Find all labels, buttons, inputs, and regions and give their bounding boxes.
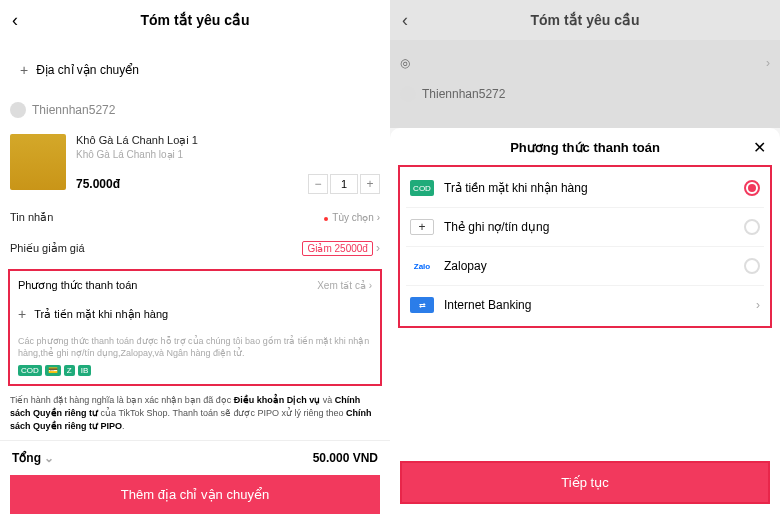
minus-button[interactable]: −: [308, 174, 328, 194]
product-variant: Khô Gà Lá Chanh loại 1: [76, 149, 380, 160]
add-address-button[interactable]: Thêm địa chỉ vận chuyển: [10, 475, 380, 514]
radio-unselected[interactable]: [744, 219, 760, 235]
avatar: [10, 102, 26, 118]
plus-button[interactable]: +: [360, 174, 380, 194]
product-row: Khô Gà Lá Chanh Loại 1 Khô Gà Lá Chanh l…: [0, 126, 390, 202]
chevron-right-icon: ›: [756, 298, 760, 312]
payment-option-card[interactable]: + Thẻ ghi nợ/tín dụng: [406, 208, 764, 247]
card-badge: 💳: [45, 365, 61, 376]
left-screen: ‹ Tóm tắt yêu cầu + Địa chỉ vận chuyển T…: [0, 0, 390, 520]
header: ‹ Tóm tắt yêu cầu: [0, 0, 390, 40]
close-icon[interactable]: ✕: [753, 138, 766, 157]
message-row[interactable]: Tin nhắn Tùy chọn ›: [0, 203, 390, 232]
payment-method-list: COD Trả tiền mặt khi nhận hàng + Thẻ ghi…: [398, 165, 772, 328]
address-label: Địa chỉ vận chuyển: [36, 63, 139, 77]
payment-sheet: Phương thức thanh toán ✕ COD Trả tiền mặ…: [390, 128, 780, 520]
dot-icon: [324, 217, 328, 221]
plus-icon: +: [20, 62, 28, 78]
view-all-link[interactable]: Xem tất cả ›: [317, 280, 372, 291]
bank-icon: ⇄: [410, 297, 434, 313]
pin-icon: ◎: [400, 56, 410, 70]
payment-add-label: Trả tiền mặt khi nhận hàng: [34, 308, 168, 321]
username: Thiennhan5272: [32, 103, 115, 117]
ib-badge: IB: [78, 365, 92, 376]
avatar: [400, 86, 416, 102]
zalopay-icon: Zalo: [410, 258, 434, 274]
plus-icon: +: [18, 306, 26, 322]
product-thumb[interactable]: [10, 134, 66, 190]
continue-button[interactable]: Tiếp tục: [400, 461, 770, 504]
payment-section: Phương thức thanh toán Xem tất cả › + Tr…: [8, 269, 382, 386]
radio-unselected[interactable]: [744, 258, 760, 274]
coupon-label: Phiếu giảm giá: [10, 242, 85, 255]
plus-icon: +: [410, 219, 434, 235]
cod-icon: COD: [410, 180, 434, 196]
total-label: Tổng ⌄: [12, 451, 54, 465]
right-screen: ‹ Tóm tắt yêu cầu ◎› Thiennhan5272 Phươn…: [390, 0, 780, 520]
payment-disclaimer: Các phương thức thanh toán được hỗ trợ c…: [18, 336, 372, 359]
terms-text: Tiến hành đặt hàng nghĩa là bạn xác nhận…: [0, 386, 390, 440]
coupon-value: Giảm 25000đ ›: [302, 241, 380, 255]
product-price: 75.000đ: [76, 177, 120, 191]
message-option: Tùy chọn ›: [320, 212, 380, 223]
header-dim: ‹ Tóm tắt yêu cầu: [390, 0, 780, 40]
quantity-value: 1: [330, 174, 358, 194]
product-name: Khô Gà Lá Chanh Loại 1: [76, 134, 380, 147]
payment-option-cod[interactable]: COD Trả tiền mặt khi nhận hàng: [406, 169, 764, 208]
back-icon[interactable]: ‹: [12, 10, 18, 31]
zalo-badge: Z: [64, 365, 75, 376]
payment-option-zalopay[interactable]: Zalo Zalopay: [406, 247, 764, 286]
cod-badge: COD: [18, 365, 42, 376]
sheet-title: Phương thức thanh toán: [510, 140, 660, 155]
seller-row[interactable]: Thiennhan5272: [0, 94, 390, 126]
payment-title: Phương thức thanh toán: [18, 279, 137, 292]
back-icon: ‹: [402, 10, 408, 31]
quantity-stepper: − 1 +: [308, 174, 380, 194]
address-section[interactable]: + Địa chỉ vận chuyển: [10, 46, 380, 94]
dimmed-background: ‹ Tóm tắt yêu cầu ◎› Thiennhan5272: [390, 0, 780, 128]
payment-badges: COD 💳 Z IB: [18, 365, 372, 376]
payment-option-ib[interactable]: ⇄ Internet Banking ›: [406, 286, 764, 324]
total-value: 50.000 VND: [313, 451, 378, 465]
coupon-row[interactable]: Phiếu giảm giá Giảm 25000đ ›: [0, 233, 390, 263]
message-label: Tin nhắn: [10, 211, 53, 224]
radio-selected[interactable]: [744, 180, 760, 196]
chevron-down-icon[interactable]: ⌄: [44, 451, 54, 465]
total-bar: Tổng ⌄ 50.000 VND: [0, 440, 390, 475]
payment-add-row[interactable]: + Trả tiền mặt khi nhận hàng: [18, 298, 372, 330]
page-title: Tóm tắt yêu cầu: [140, 12, 249, 28]
